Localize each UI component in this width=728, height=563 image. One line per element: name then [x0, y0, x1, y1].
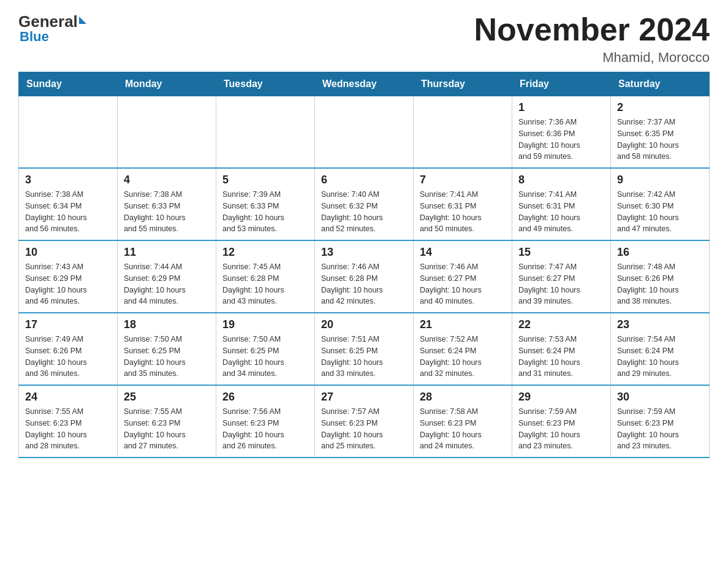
day-info: Sunrise: 7:58 AMSunset: 6:23 PMDaylight:…	[420, 406, 506, 452]
day-info: Sunrise: 7:52 AMSunset: 6:24 PMDaylight:…	[420, 334, 506, 380]
day-number: 4	[124, 174, 210, 186]
day-info: Sunrise: 7:59 AMSunset: 6:23 PMDaylight:…	[518, 406, 604, 452]
day-number: 28	[420, 391, 506, 404]
page-header: General Blue November 2024 Mhamid, Moroc…	[18, 12, 710, 66]
calendar-week-row: 3Sunrise: 7:38 AMSunset: 6:34 PMDaylight…	[19, 168, 710, 240]
day-number: 26	[222, 391, 308, 404]
day-number: 22	[518, 318, 604, 331]
day-number: 23	[617, 318, 703, 331]
day-number: 6	[321, 174, 407, 186]
day-number: 1	[518, 101, 604, 114]
day-info: Sunrise: 7:46 AMSunset: 6:27 PMDaylight:…	[420, 261, 506, 307]
calendar-cell	[118, 96, 216, 169]
day-info: Sunrise: 7:56 AMSunset: 6:23 PMDaylight:…	[222, 406, 308, 452]
day-info: Sunrise: 7:51 AMSunset: 6:25 PMDaylight:…	[321, 334, 407, 380]
day-info: Sunrise: 7:38 AMSunset: 6:33 PMDaylight:…	[124, 189, 210, 235]
day-number: 3	[25, 174, 111, 186]
calendar-cell	[315, 96, 414, 169]
day-info: Sunrise: 7:45 AMSunset: 6:28 PMDaylight:…	[222, 261, 308, 307]
day-number: 18	[124, 318, 210, 331]
day-info: Sunrise: 7:38 AMSunset: 6:34 PMDaylight:…	[25, 189, 111, 235]
day-number: 19	[222, 318, 308, 331]
day-info: Sunrise: 7:42 AMSunset: 6:30 PMDaylight:…	[617, 189, 703, 235]
logo-triangle-icon	[79, 17, 86, 24]
day-number: 12	[222, 246, 308, 259]
calendar-week-row: 17Sunrise: 7:49 AMSunset: 6:26 PMDayligh…	[19, 313, 710, 385]
day-info: Sunrise: 7:46 AMSunset: 6:28 PMDaylight:…	[321, 261, 407, 307]
day-header-friday: Friday	[512, 72, 611, 96]
day-info: Sunrise: 7:57 AMSunset: 6:23 PMDaylight:…	[321, 406, 407, 452]
calendar-cell: 7Sunrise: 7:41 AMSunset: 6:31 PMDaylight…	[414, 168, 512, 240]
day-number: 5	[222, 174, 308, 186]
day-number: 8	[518, 174, 604, 186]
day-info: Sunrise: 7:50 AMSunset: 6:25 PMDaylight:…	[124, 334, 210, 380]
month-title: November 2024	[474, 12, 710, 47]
calendar-header-row: SundayMondayTuesdayWednesdayThursdayFrid…	[19, 72, 710, 96]
day-info: Sunrise: 7:40 AMSunset: 6:32 PMDaylight:…	[321, 189, 407, 235]
calendar-cell: 30Sunrise: 7:59 AMSunset: 6:23 PMDayligh…	[611, 385, 710, 458]
day-number: 9	[617, 174, 703, 186]
calendar-cell: 29Sunrise: 7:59 AMSunset: 6:23 PMDayligh…	[512, 385, 611, 458]
day-header-sunday: Sunday	[19, 72, 118, 96]
day-number: 7	[420, 174, 506, 186]
day-header-wednesday: Wednesday	[315, 72, 414, 96]
day-number: 20	[321, 318, 407, 331]
calendar-cell: 8Sunrise: 7:41 AMSunset: 6:31 PMDaylight…	[512, 168, 611, 240]
calendar-cell: 16Sunrise: 7:48 AMSunset: 6:26 PMDayligh…	[611, 240, 710, 313]
logo-blue-text: Blue	[20, 29, 49, 45]
day-number: 24	[25, 391, 111, 404]
calendar-cell: 22Sunrise: 7:53 AMSunset: 6:24 PMDayligh…	[512, 313, 611, 385]
calendar-cell: 12Sunrise: 7:45 AMSunset: 6:28 PMDayligh…	[216, 240, 315, 313]
day-number: 15	[518, 246, 604, 259]
day-header-saturday: Saturday	[611, 72, 710, 96]
calendar-cell: 10Sunrise: 7:43 AMSunset: 6:29 PMDayligh…	[19, 240, 118, 313]
day-info: Sunrise: 7:47 AMSunset: 6:27 PMDaylight:…	[518, 261, 604, 307]
title-area: November 2024 Mhamid, Morocco	[474, 12, 710, 66]
calendar-cell: 24Sunrise: 7:55 AMSunset: 6:23 PMDayligh…	[19, 385, 118, 458]
day-header-thursday: Thursday	[414, 72, 512, 96]
calendar-cell: 6Sunrise: 7:40 AMSunset: 6:32 PMDaylight…	[315, 168, 414, 240]
day-info: Sunrise: 7:59 AMSunset: 6:23 PMDaylight:…	[617, 406, 703, 452]
day-number: 14	[420, 246, 506, 259]
calendar-cell	[216, 96, 315, 169]
day-number: 30	[617, 391, 703, 404]
day-header-tuesday: Tuesday	[216, 72, 315, 96]
day-info: Sunrise: 7:55 AMSunset: 6:23 PMDaylight:…	[124, 406, 210, 452]
day-info: Sunrise: 7:41 AMSunset: 6:31 PMDaylight:…	[518, 189, 604, 235]
day-number: 17	[25, 318, 111, 331]
calendar-cell: 5Sunrise: 7:39 AMSunset: 6:33 PMDaylight…	[216, 168, 315, 240]
day-info: Sunrise: 7:48 AMSunset: 6:26 PMDaylight:…	[617, 261, 703, 307]
day-info: Sunrise: 7:36 AMSunset: 6:36 PMDaylight:…	[518, 117, 604, 163]
calendar-cell: 18Sunrise: 7:50 AMSunset: 6:25 PMDayligh…	[118, 313, 216, 385]
day-header-monday: Monday	[118, 72, 216, 96]
day-info: Sunrise: 7:49 AMSunset: 6:26 PMDaylight:…	[25, 334, 111, 380]
location-title: Mhamid, Morocco	[474, 50, 710, 66]
day-info: Sunrise: 7:50 AMSunset: 6:25 PMDaylight:…	[222, 334, 308, 380]
calendar-cell: 3Sunrise: 7:38 AMSunset: 6:34 PMDaylight…	[19, 168, 118, 240]
day-number: 25	[124, 391, 210, 404]
calendar-week-row: 1Sunrise: 7:36 AMSunset: 6:36 PMDaylight…	[19, 96, 710, 169]
day-info: Sunrise: 7:43 AMSunset: 6:29 PMDaylight:…	[25, 261, 111, 307]
calendar-cell: 1Sunrise: 7:36 AMSunset: 6:36 PMDaylight…	[512, 96, 611, 169]
calendar-cell: 21Sunrise: 7:52 AMSunset: 6:24 PMDayligh…	[414, 313, 512, 385]
day-number: 21	[420, 318, 506, 331]
calendar-week-row: 24Sunrise: 7:55 AMSunset: 6:23 PMDayligh…	[19, 385, 710, 458]
calendar-cell: 13Sunrise: 7:46 AMSunset: 6:28 PMDayligh…	[315, 240, 414, 313]
calendar-table: SundayMondayTuesdayWednesdayThursdayFrid…	[18, 72, 710, 458]
day-info: Sunrise: 7:37 AMSunset: 6:35 PMDaylight:…	[617, 117, 703, 163]
day-info: Sunrise: 7:44 AMSunset: 6:29 PMDaylight:…	[124, 261, 210, 307]
calendar-cell: 19Sunrise: 7:50 AMSunset: 6:25 PMDayligh…	[216, 313, 315, 385]
calendar-cell	[19, 96, 118, 169]
calendar-cell: 4Sunrise: 7:38 AMSunset: 6:33 PMDaylight…	[118, 168, 216, 240]
logo-area: General Blue	[18, 12, 86, 45]
calendar-cell: 28Sunrise: 7:58 AMSunset: 6:23 PMDayligh…	[414, 385, 512, 458]
day-number: 2	[617, 101, 703, 114]
calendar-cell: 11Sunrise: 7:44 AMSunset: 6:29 PMDayligh…	[118, 240, 216, 313]
day-number: 29	[518, 391, 604, 404]
calendar-cell: 25Sunrise: 7:55 AMSunset: 6:23 PMDayligh…	[118, 385, 216, 458]
day-number: 11	[124, 246, 210, 259]
calendar-week-row: 10Sunrise: 7:43 AMSunset: 6:29 PMDayligh…	[19, 240, 710, 313]
day-info: Sunrise: 7:39 AMSunset: 6:33 PMDaylight:…	[222, 189, 308, 235]
day-number: 16	[617, 246, 703, 259]
calendar-cell: 23Sunrise: 7:54 AMSunset: 6:24 PMDayligh…	[611, 313, 710, 385]
